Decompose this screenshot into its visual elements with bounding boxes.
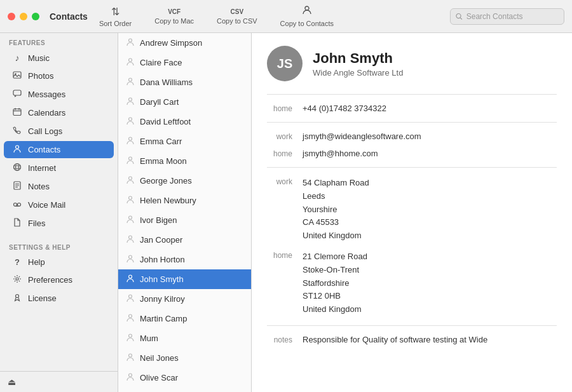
- sidebar-item-internet[interactable]: Internet: [4, 159, 114, 177]
- person-icon: [126, 294, 135, 304]
- contact-name: Andrew Simpson: [140, 38, 202, 48]
- svg-point-27: [129, 78, 132, 81]
- person-icon: [126, 116, 135, 127]
- sidebar-item-call-logs[interactable]: Call Logs: [4, 123, 114, 140]
- contact-list-item[interactable]: Emma Moon: [118, 151, 251, 171]
- contact-list-item[interactable]: Dana Williams: [118, 72, 251, 92]
- detail-name: John Smyth: [313, 50, 403, 67]
- detail-company: Wide Angle Software Ltd: [313, 68, 403, 78]
- sidebar-item-preferences[interactable]: Preferences: [4, 271, 114, 288]
- contact-list-item[interactable]: David Leftfoot: [118, 112, 251, 132]
- contact-list-item[interactable]: Jan Cooper: [118, 230, 251, 250]
- sidebar-item-photos[interactable]: Photos: [4, 67, 114, 84]
- sidebar-item-photos-label: Photos: [28, 71, 53, 81]
- email-home-row: home jsmyth@hhome.com: [267, 145, 557, 162]
- contact-list-item[interactable]: Claire Face: [118, 53, 251, 72]
- copy-contacts-icon: [302, 5, 312, 18]
- maximize-button[interactable]: [32, 13, 39, 20]
- copy-to-mac-button[interactable]: VCF Copy to Mac: [143, 6, 205, 27]
- messages-icon: [11, 89, 23, 100]
- help-icon: ?: [11, 257, 23, 267]
- contact-list-item[interactable]: Andrew Simpson: [118, 33, 251, 53]
- files-icon: [11, 218, 23, 229]
- contact-list-item[interactable]: Helen Newbury: [118, 191, 251, 210]
- sort-order-label: Sort Order: [99, 20, 132, 27]
- contact-name: Olive Scar: [140, 373, 178, 382]
- contact-list-item[interactable]: Emma Carr: [118, 132, 251, 151]
- svg-rect-5: [13, 90, 21, 95]
- svg-point-0: [305, 6, 309, 10]
- close-button[interactable]: [8, 13, 15, 20]
- csv-icon: CSV: [231, 8, 244, 15]
- contact-list-item[interactable]: Jonny Kilroy: [118, 289, 251, 309]
- svg-point-37: [129, 275, 132, 278]
- window-controls: [8, 13, 39, 20]
- divider-3: [267, 167, 557, 168]
- contact-list-item[interactable]: Daryll Cart: [118, 92, 251, 112]
- minimize-button[interactable]: [20, 13, 27, 20]
- sidebar-bottom: ⏏: [0, 371, 118, 392]
- eject-icon[interactable]: ⏏: [8, 377, 16, 387]
- person-icon: [126, 353, 135, 363]
- contact-name: John Smyth: [140, 274, 184, 284]
- person-icon: [126, 37, 135, 48]
- address-home-label: home: [267, 250, 292, 260]
- contact-list-item[interactable]: John Horton: [118, 250, 251, 269]
- contact-name: George Jones: [140, 176, 192, 186]
- copy-to-mac-label: Copy to Mac: [154, 17, 194, 25]
- sidebar-item-help[interactable]: ? Help: [4, 254, 114, 270]
- app-title: Contacts: [50, 11, 88, 22]
- svg-point-31: [129, 157, 132, 160]
- contact-list-item[interactable]: John Smyth: [118, 269, 251, 289]
- search-box[interactable]: [450, 8, 564, 25]
- search-input[interactable]: [466, 12, 559, 21]
- contact-name: Martin Camp: [140, 314, 187, 323]
- address-work-label: work: [267, 177, 292, 186]
- notes-row: notes Responsible for Quality of softwar…: [267, 331, 557, 348]
- address-home-postcode: ST12 0HB: [303, 291, 341, 301]
- svg-point-1: [456, 13, 461, 18]
- contact-list-item[interactable]: Ivor Bigen: [118, 210, 251, 230]
- contact-name: Dana Williams: [140, 78, 193, 87]
- contact-list-item[interactable]: Paul Adams: [118, 388, 251, 392]
- divider-2: [267, 122, 557, 123]
- email-work-label: work: [267, 132, 292, 141]
- detail-panel: JS John Smyth Wide Angle Software Ltd ho…: [252, 33, 572, 392]
- sidebar-item-contacts[interactable]: Contacts: [4, 141, 114, 158]
- sidebar-item-messages-label: Messages: [28, 90, 65, 99]
- svg-point-42: [129, 374, 132, 377]
- contact-list-item[interactable]: Martin Camp: [118, 309, 251, 328]
- copy-to-contacts-button[interactable]: Copy to Contacts: [269, 3, 345, 30]
- sidebar-item-messages[interactable]: Messages: [4, 86, 114, 103]
- notes-value: Responsible for Quality of software test…: [303, 335, 557, 344]
- contact-list-item[interactable]: Mum: [118, 328, 251, 348]
- copy-to-csv-button[interactable]: CSV Copy to CSV: [205, 6, 269, 27]
- address-work-county: Yourshire: [303, 205, 337, 214]
- svg-point-41: [129, 354, 132, 357]
- sidebar-item-help-label: Help: [28, 257, 45, 267]
- features-section-label: Features: [0, 33, 118, 49]
- contact-list-item[interactable]: Olive Scar: [118, 368, 251, 388]
- contact-name: Mum: [140, 334, 158, 343]
- svg-point-32: [129, 177, 132, 180]
- svg-point-20: [14, 203, 17, 206]
- contact-list-item[interactable]: George Jones: [118, 171, 251, 191]
- sidebar-item-calendars[interactable]: Calendars: [4, 104, 114, 121]
- calendars-icon: [11, 107, 23, 118]
- sidebar-item-notes-label: Notes: [28, 182, 50, 191]
- svg-point-23: [16, 278, 18, 280]
- svg-line-2: [460, 17, 462, 19]
- contact-name: John Horton: [140, 255, 185, 264]
- sidebar-item-license[interactable]: License: [4, 290, 114, 307]
- contact-list-item[interactable]: Neil Jones: [118, 348, 251, 368]
- svg-rect-7: [13, 109, 21, 116]
- sidebar-item-files[interactable]: Files: [4, 215, 114, 232]
- sidebar-item-internet-label: Internet: [28, 163, 56, 173]
- person-icon: [126, 254, 135, 265]
- sidebar-item-notes[interactable]: Notes: [4, 178, 114, 195]
- svg-point-34: [129, 216, 132, 219]
- sort-order-button[interactable]: ⇅ Sort Order: [88, 3, 143, 30]
- sidebar: Features ♪ Music Photos Messages Calenda…: [0, 33, 118, 392]
- sidebar-item-music[interactable]: ♪ Music: [4, 50, 114, 66]
- sidebar-item-voicemail[interactable]: Voice Mail: [4, 196, 114, 213]
